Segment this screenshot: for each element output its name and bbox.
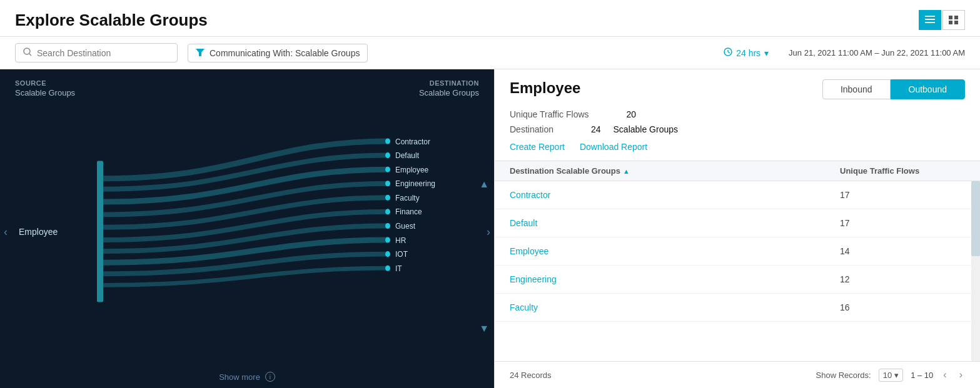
cell-dest-engineering[interactable]: Engineering (510, 274, 840, 284)
create-report-link[interactable]: Create Report (510, 142, 565, 152)
inbound-tab[interactable]: Inbound (822, 79, 891, 99)
svg-rect-3 (949, 16, 952, 19)
svg-point-14 (385, 138, 390, 144)
scroll-thumb[interactable] (971, 181, 980, 256)
time-label: 24 hrs (736, 48, 760, 58)
scroll-up-arrow[interactable]: ▲ (479, 179, 489, 190)
report-actions: Create Report Download Report (495, 142, 980, 161)
date-range: Jun 21, 2021 11:00 AM – Jun 22, 2021 11:… (789, 48, 965, 57)
svg-point-20 (385, 223, 390, 229)
svg-text:IT: IT (395, 263, 402, 273)
destination-group: Scalable Groups (614, 124, 679, 134)
source-label-group: SOURCE Scalable Groups (15, 79, 75, 97)
svg-point-19 (385, 209, 390, 214)
viz-labels: SOURCE Scalable Groups DESTINATION Scala… (0, 69, 494, 97)
svg-rect-1 (925, 19, 935, 20)
dest-label-group: DESTINATION Scalable Groups (419, 79, 479, 97)
cell-traffic-faculty: 16 (840, 302, 965, 312)
viz-footer[interactable]: Show more i (0, 366, 494, 388)
table-body: Contractor 17 Default 17 Employee 14 Eng… (495, 181, 980, 361)
dest-title: DESTINATION (419, 79, 479, 87)
toolbar: Communicating With: Scalable Groups 24 h… (0, 37, 980, 69)
svg-point-16 (385, 167, 390, 172)
destination-stat: Destination 24 Scalable Groups (510, 124, 965, 134)
info-icon: i (265, 372, 275, 382)
unique-flows-stat: Unique Traffic Flows 20 (510, 109, 965, 119)
grid-view-button[interactable] (942, 10, 965, 30)
svg-rect-0 (925, 16, 935, 17)
svg-text:Faculty: Faculty (395, 192, 420, 202)
svg-line-8 (29, 54, 31, 56)
data-header: Employee Inbound Outbound (495, 69, 980, 109)
svg-marker-9 (196, 49, 205, 56)
per-page-value: 10 (883, 371, 892, 380)
filter-icon (196, 48, 205, 58)
svg-point-21 (385, 237, 390, 243)
table-row: Engineering 12 (495, 266, 980, 294)
svg-text:Contractor: Contractor (395, 136, 431, 146)
destination-value: 24 Scalable Groups (591, 124, 678, 134)
stats-section: Unique Traffic Flows 20 Destination 24 S… (495, 109, 980, 142)
table-row: Faculty 16 (495, 294, 980, 322)
data-panel: Employee Inbound Outbound Unique Traffic… (494, 69, 980, 388)
app-header: Explore Scalable Groups (0, 0, 980, 37)
unique-flows-value: 20 (627, 109, 637, 119)
view-toggle (919, 10, 965, 30)
svg-text:IOT: IOT (395, 249, 408, 259)
table-row: Default 17 (495, 209, 980, 237)
cell-traffic-default: 17 (840, 218, 965, 228)
cell-traffic-contractor: 17 (840, 190, 965, 200)
source-title: SOURCE (15, 79, 75, 87)
cell-dest-default[interactable]: Default (510, 218, 840, 228)
pagination: Show Records: 10 ▾ 1 – 10 ‹ › (816, 368, 965, 382)
scroll-down-arrow[interactable]: ▼ (479, 323, 489, 334)
svg-text:Employee: Employee (395, 164, 428, 174)
outbound-tab[interactable]: Outbound (891, 79, 966, 99)
filter-box[interactable]: Communicating With: Scalable Groups (188, 44, 368, 62)
records-per-page-dropdown[interactable]: 10 ▾ (879, 369, 903, 382)
download-report-link[interactable]: Download Report (580, 142, 647, 152)
records-count: 24 Records (510, 371, 551, 380)
unique-flows-label: Unique Traffic Flows (510, 109, 589, 119)
svg-point-18 (385, 195, 390, 201)
show-more-label: Show more (219, 372, 260, 382)
svg-point-17 (385, 181, 390, 186)
source-value: Scalable Groups (15, 88, 75, 97)
scroll-track (971, 181, 980, 361)
search-box[interactable] (15, 43, 178, 62)
list-view-button[interactable] (919, 10, 941, 30)
table-header: Destination Scalable Groups ▲ Unique Tra… (495, 161, 980, 181)
prev-page-button[interactable]: ‹ (941, 368, 949, 382)
entity-title: Employee (510, 79, 580, 97)
svg-line-12 (728, 52, 730, 53)
dest-value: Scalable Groups (419, 88, 479, 97)
show-records-label: Show Records: (816, 371, 871, 380)
svg-rect-4 (954, 16, 958, 19)
page-title: Explore Scalable Groups (15, 11, 208, 30)
cell-dest-contractor[interactable]: Contractor (510, 190, 840, 200)
svg-rect-2 (925, 22, 935, 23)
svg-point-15 (385, 152, 390, 158)
time-selector[interactable]: 24 hrs ▾ (724, 47, 769, 58)
svg-text:HR: HR (395, 235, 406, 245)
col-traffic-header: Unique Traffic Flows (840, 166, 965, 176)
next-page-button[interactable]: › (957, 368, 965, 382)
nav-right-arrow[interactable]: › (487, 225, 490, 238)
dropdown-chevron-icon: ▾ (894, 371, 899, 380)
table-row: Employee 14 (495, 237, 980, 266)
clock-icon (724, 47, 732, 58)
search-input[interactable] (37, 48, 169, 58)
page-range: 1 – 10 (911, 371, 933, 380)
col-dest-header: Destination Scalable Groups ▲ (510, 166, 840, 176)
svg-point-23 (385, 266, 390, 271)
sort-icon[interactable]: ▲ (623, 167, 630, 175)
destination-label: Destination (510, 124, 553, 134)
table-row: Contractor 17 (495, 181, 980, 209)
cell-traffic-employee: 14 (840, 246, 965, 256)
cell-dest-employee[interactable]: Employee (510, 246, 840, 256)
chevron-down-icon: ▾ (764, 48, 769, 58)
table-footer: 24 Records Show Records: 10 ▾ 1 – 10 ‹ › (495, 361, 980, 388)
svg-point-7 (24, 48, 30, 54)
svg-rect-6 (954, 21, 958, 24)
cell-dest-faculty[interactable]: Faculty (510, 302, 840, 312)
